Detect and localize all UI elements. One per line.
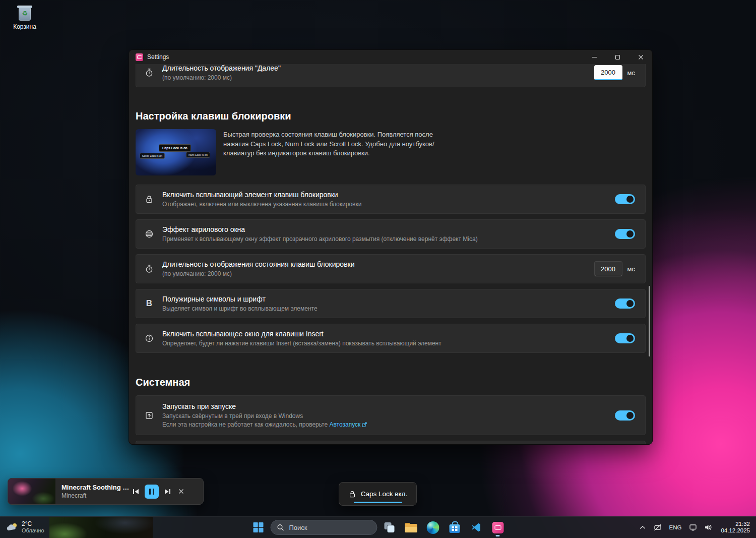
row-title: Длительность отображения состояния клави… bbox=[162, 260, 594, 269]
row-subtitle: Запускать свёрнутым в трей при входе в W… bbox=[162, 412, 615, 420]
folder-icon bbox=[405, 523, 417, 532]
preview-chip-num: Num Lock is on bbox=[186, 152, 210, 158]
recycle-bin[interactable]: ♻ Корзина bbox=[5, 4, 44, 30]
unit-label: мс bbox=[627, 265, 635, 273]
stopwatch-icon bbox=[136, 68, 162, 77]
toggle-insert-popup[interactable] bbox=[615, 333, 635, 343]
settings-content: Длительность отображения "Далее" (по умо… bbox=[129, 64, 652, 445]
weather-temperature: 2°C bbox=[22, 521, 44, 527]
widgets-weather-button[interactable]: 2°C Облачно bbox=[0, 517, 49, 538]
clock-date: 04.12.2025 bbox=[721, 527, 750, 534]
section-header-lock-keys: Настройка клавиш блокировки bbox=[136, 109, 646, 123]
edge-icon bbox=[426, 521, 439, 534]
info-icon bbox=[136, 334, 162, 343]
recycle-bin-label: Корзина bbox=[5, 23, 44, 30]
media-title: Minecraft Soothing S... bbox=[61, 484, 132, 491]
widget-thumbnail[interactable] bbox=[49, 517, 153, 538]
app-icon bbox=[136, 53, 143, 61]
microsoft-store-button[interactable] bbox=[445, 518, 464, 537]
weather-condition: Облачно bbox=[22, 527, 44, 534]
media-artist: Minecraft bbox=[61, 492, 132, 499]
stopwatch-icon bbox=[136, 264, 162, 273]
capslock-popup: Caps Lock вкл. bbox=[339, 482, 417, 506]
taskbar-search[interactable] bbox=[271, 520, 377, 535]
network-status-button[interactable] bbox=[651, 520, 664, 535]
row-title: Полужирные символы и шрифт bbox=[162, 294, 615, 304]
minimize-button[interactable] bbox=[583, 50, 606, 64]
pause-button[interactable] bbox=[145, 485, 159, 499]
lock-keys-preview-image: Scroll Lock is on Caps Lock is on Num Lo… bbox=[136, 129, 216, 175]
taskbar-clock[interactable]: 21:32 04.12.2025 bbox=[721, 521, 750, 534]
row-title: Включить всплывающее окно для клавиши In… bbox=[162, 329, 615, 338]
settings-row-insert-popup: Включить всплывающее окно для клавиши In… bbox=[136, 324, 646, 353]
file-explorer-button[interactable] bbox=[402, 518, 421, 537]
row-subtitle: (по умолчанию: 2000 мс) bbox=[162, 74, 594, 82]
network-disconnected-icon bbox=[654, 524, 662, 531]
capslock-progress-bar bbox=[354, 502, 402, 503]
previous-track-button[interactable] bbox=[132, 488, 140, 495]
window-titlebar[interactable]: Settings bbox=[129, 50, 652, 64]
running-app-indicator bbox=[496, 535, 500, 536]
next-track-button[interactable] bbox=[163, 488, 171, 495]
row-subtitle: Отображает, включена или выключена указа… bbox=[162, 200, 615, 208]
duration-input[interactable] bbox=[594, 65, 622, 80]
lock-keys-app-button[interactable] bbox=[488, 518, 508, 537]
window-scrollbar[interactable] bbox=[649, 286, 650, 356]
row-subtitle: (по умолчанию: 2000 мс) bbox=[162, 270, 594, 278]
tray-overflow-button[interactable] bbox=[636, 520, 649, 535]
vscode-button[interactable] bbox=[467, 518, 486, 537]
lock-keys-description: Быстрая проверка состояния клавиш блокир… bbox=[223, 130, 448, 175]
capslock-popup-label: Caps Lock вкл. bbox=[361, 490, 407, 498]
language-indicator[interactable]: ENG bbox=[666, 524, 685, 530]
row-title: Эффект акрилового окна bbox=[162, 225, 615, 234]
settings-row-bold-font: B Полужирные символы и шрифт Выделяет си… bbox=[136, 289, 646, 318]
window-title: Settings bbox=[147, 53, 169, 61]
lock-icon bbox=[136, 195, 162, 204]
media-player-overlay: Minecraft Soothing S... Minecraft bbox=[8, 478, 204, 505]
capslock-lock-icon bbox=[348, 490, 356, 498]
display-cast-button[interactable] bbox=[686, 520, 700, 535]
toggle-acrylic[interactable] bbox=[615, 229, 635, 239]
recycle-bin-icon: ♻ bbox=[17, 4, 32, 21]
speaker-icon bbox=[704, 524, 712, 531]
settings-row-state-duration: Длительность отображения состояния клави… bbox=[136, 254, 646, 283]
task-view-button[interactable] bbox=[380, 518, 399, 537]
taskbar: 2°C Облачно bbox=[0, 516, 756, 538]
note-text: Если эта настройка не работает как ожида… bbox=[162, 421, 329, 428]
external-link-icon bbox=[360, 421, 367, 428]
autostart-link[interactable]: Автозапуск bbox=[329, 421, 360, 428]
state-duration-input[interactable] bbox=[594, 261, 622, 276]
chevron-up-icon bbox=[640, 525, 646, 529]
volume-button[interactable] bbox=[702, 520, 715, 535]
settings-row-next-duration: Длительность отображения "Далее" (по умо… bbox=[136, 64, 646, 87]
edge-browser-button[interactable] bbox=[423, 518, 443, 537]
startup-icon bbox=[136, 411, 162, 420]
settings-row-acrylic: Эффект акрилового окна Применяет к всплы… bbox=[136, 219, 646, 249]
settings-row-enable-popup: Включить всплывающий элемент клавиш блок… bbox=[136, 185, 646, 214]
search-input[interactable] bbox=[288, 523, 366, 532]
row-title: Запускать при запуске bbox=[162, 402, 615, 411]
row-note: Если эта настройка не работает как ожида… bbox=[162, 421, 615, 429]
row-subtitle: Применяет к всплывающему окну эффект про… bbox=[162, 235, 615, 243]
unit-label: мс bbox=[627, 69, 635, 77]
display-icon bbox=[689, 524, 697, 531]
vscode-icon bbox=[471, 522, 482, 533]
row-title: Длительность отображения "Далее" bbox=[162, 64, 594, 73]
acrylic-icon bbox=[136, 229, 162, 238]
close-button[interactable] bbox=[629, 50, 652, 64]
start-button[interactable] bbox=[249, 518, 268, 537]
cloud-moon-icon bbox=[6, 522, 18, 532]
media-close-button[interactable] bbox=[178, 489, 184, 494]
preview-chip-caps: Caps Lock is on bbox=[159, 144, 191, 152]
row-title: Включить всплывающий элемент клавиш блок… bbox=[162, 190, 615, 199]
windows-logo-icon bbox=[253, 522, 264, 533]
settings-row-partial bbox=[136, 441, 646, 445]
section-header-system: Системная bbox=[136, 376, 646, 389]
bold-icon: B bbox=[136, 298, 162, 309]
clock-time: 21:32 bbox=[735, 521, 750, 527]
maximize-button[interactable] bbox=[606, 50, 629, 64]
toggle-run-at-startup[interactable] bbox=[615, 410, 635, 421]
settings-window: Settings Длительность отображения "Далее… bbox=[129, 49, 653, 445]
toggle-enable-popup[interactable] bbox=[615, 194, 635, 204]
toggle-bold-font[interactable] bbox=[615, 298, 635, 309]
